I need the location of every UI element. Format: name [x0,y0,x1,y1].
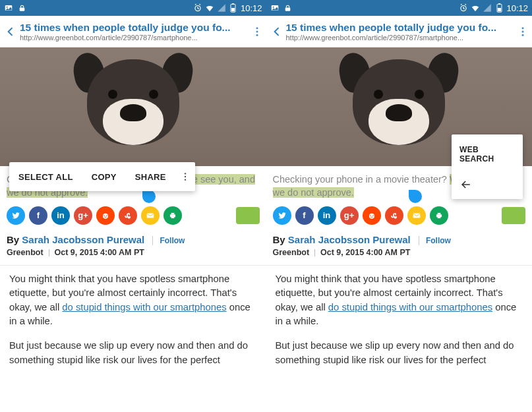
browser-menu-button[interactable] [516,26,529,38]
article-meta: GreenbotOct 9, 2015 4:00 AM PT [266,247,533,264]
wifi-icon [205,3,214,13]
print-icon[interactable] [430,206,448,225]
divider [266,265,533,266]
svg-rect-25 [498,3,500,5]
page-url: http://www.greenbot.com/article/2990787/… [20,34,249,42]
svg-rect-35 [437,213,440,214]
page-title: 15 times when people totally judge you f… [286,22,516,34]
follow-link[interactable]: Follow [152,236,185,245]
social-share-row: f in g+ [0,204,266,230]
svg-point-7 [256,27,258,29]
selection-end-handle[interactable] [409,190,422,203]
copy-action[interactable]: COPY [82,162,126,191]
svg-rect-26 [498,8,501,11]
svg-point-15 [106,215,107,216]
byline: By Sarah Jacobsson Purewal Follow [0,230,266,247]
cell-signal-icon [483,3,492,13]
back-button[interactable] [269,16,285,47]
selection-overflow-menu: WEB SEARCH [452,134,523,199]
svg-rect-5 [233,3,235,5]
reddit-share-icon[interactable] [96,206,115,225]
battery-icon [494,3,504,13]
follow-link[interactable]: Follow [419,236,451,245]
svg-point-30 [369,213,374,218]
status-bar: 10:12 [0,0,266,16]
svg-rect-36 [437,216,440,218]
googleplus-share-icon[interactable]: g+ [74,206,92,225]
svg-rect-6 [232,8,235,11]
author-link[interactable]: Sarah Jacobsson Purewal [288,234,411,245]
linkedin-share-icon[interactable]: in [51,206,70,225]
article-paragraph: But just because we slip up every now an… [9,339,257,367]
image-notif-icon [270,3,280,13]
image-notif-icon [4,3,13,13]
author-link[interactable]: Sarah Jacobsson Purewal [22,234,144,245]
select-all-action[interactable]: SELECT ALL [9,162,82,191]
svg-point-12 [185,179,186,180]
svg-point-29 [522,34,524,36]
status-bar: 10:12 [266,0,533,16]
caption-prefix: Checking your phone in a movie theater? [273,174,450,185]
meta-source: Greenbot [7,248,44,257]
selection-more-button[interactable] [175,171,195,182]
byline: By Sarah Jacobsson Purewal Follow [266,230,533,247]
article-meta: GreenbotOct 9, 2015 4:00 AM PT [0,247,266,264]
clock-text: 10:12 [506,3,528,13]
svg-rect-2 [19,7,24,11]
lock-notif-icon [17,3,26,13]
facebook-share-icon[interactable]: f [29,206,47,225]
svg-point-11 [185,176,186,177]
divider [0,265,266,266]
hero-image [0,47,266,166]
svg-point-31 [370,215,371,216]
googleplus-share-icon[interactable]: g+ [340,206,359,225]
svg-rect-18 [171,213,175,214]
svg-point-32 [372,215,374,216]
email-share-icon[interactable] [407,206,426,225]
inline-link[interactable]: do stupid things with our smartphones [328,302,492,312]
article-paragraph: But just because we slip up every now an… [276,339,523,367]
twitter-share-icon[interactable] [273,206,291,225]
phone-screenshot-left: 10:12 15 times when people totally judge… [0,0,266,412]
stumbleupon-share-icon[interactable] [385,206,403,225]
selection-menu-back-button[interactable] [452,171,523,196]
clock-text: 10:12 [241,3,262,13]
web-search-action[interactable]: WEB SEARCH [452,137,523,171]
email-share-icon[interactable] [141,206,160,225]
phone-screenshot-right: 10:12 15 times when people totally judge… [266,0,533,412]
alarm-icon [459,3,468,13]
comments-button[interactable] [502,207,525,224]
svg-point-8 [256,30,258,32]
browser-menu-button[interactable] [251,26,264,38]
svg-point-9 [256,34,258,36]
back-button[interactable] [3,16,18,47]
wifi-icon [471,3,480,13]
svg-rect-19 [171,216,175,218]
facebook-share-icon[interactable]: f [295,206,314,225]
browser-url-bar: 15 times when people totally judge you f… [266,16,533,47]
svg-point-10 [185,173,186,174]
meta-source: Greenbot [273,248,310,257]
article-paragraph: You might think that you have spotless s… [276,272,523,329]
svg-rect-33 [413,213,420,218]
alarm-icon [193,3,202,13]
inline-link[interactable]: do stupid things with our smartphones [62,302,226,312]
by-label: By [7,234,22,245]
print-icon[interactable] [163,206,182,225]
reddit-share-icon[interactable] [363,206,381,225]
meta-date: Oct 9, 2015 4:00 AM PT [320,248,410,257]
browser-url-bar: 15 times when people totally judge you f… [0,16,266,47]
linkedin-share-icon[interactable]: in [318,206,336,225]
svg-point-14 [103,215,105,216]
selection-end-handle[interactable] [142,190,156,203]
svg-point-13 [103,213,108,218]
battery-icon [229,3,238,13]
stumbleupon-share-icon[interactable] [119,206,137,225]
meta-date: Oct 9, 2015 4:00 AM PT [55,248,144,257]
article-body: You might think that you have spotless s… [266,272,533,368]
page-title: 15 times when people totally judge you f… [20,22,249,34]
share-action[interactable]: SHARE [126,162,175,191]
comments-button[interactable] [236,207,260,224]
svg-point-21 [272,7,274,8]
twitter-share-icon[interactable] [7,206,25,225]
